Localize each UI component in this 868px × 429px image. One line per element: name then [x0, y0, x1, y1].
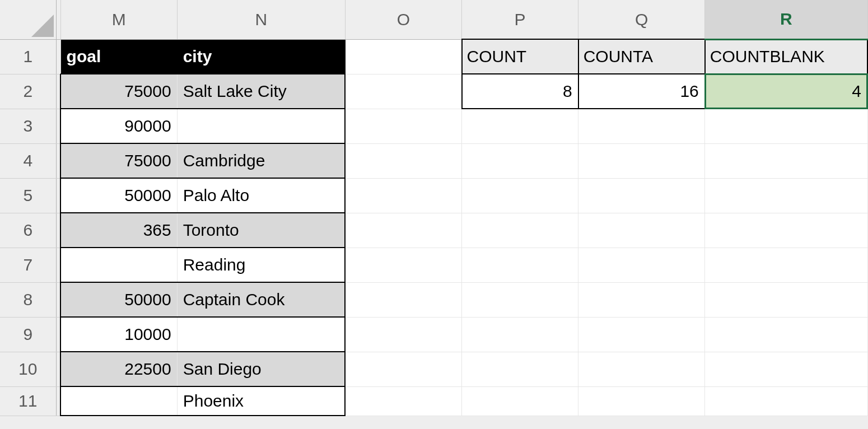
cell[interactable] — [578, 143, 705, 178]
row-header[interactable]: 11 — [0, 386, 56, 416]
select-all-icon — [29, 12, 54, 37]
cell[interactable] — [345, 109, 461, 143]
column-header-R[interactable]: R — [705, 0, 867, 39]
cell[interactable] — [462, 317, 578, 352]
column-header-O[interactable]: O — [345, 0, 461, 39]
column-header-Q[interactable]: Q — [578, 0, 705, 39]
row-header[interactable]: 5 — [0, 178, 56, 213]
cell-city[interactable]: San Diego — [177, 352, 345, 386]
cell[interactable] — [345, 317, 461, 352]
cell[interactable] — [578, 282, 705, 317]
gap-cell — [56, 74, 60, 109]
cell[interactable] — [345, 248, 461, 282]
cell-city[interactable]: Cambridge — [177, 143, 345, 178]
cell-city[interactable]: Reading — [177, 248, 345, 282]
cell[interactable] — [578, 213, 705, 248]
row-header[interactable]: 3 — [0, 109, 56, 143]
label-count[interactable]: COUNT — [462, 39, 578, 74]
cell-goal[interactable]: 75000 — [60, 143, 177, 178]
cell[interactable] — [345, 143, 461, 178]
cell[interactable] — [462, 352, 578, 386]
select-all-triangle[interactable] — [0, 0, 56, 39]
svg-marker-0 — [31, 15, 54, 37]
row-header[interactable]: 1 — [0, 39, 56, 74]
row-header[interactable]: 7 — [0, 248, 56, 282]
row-header[interactable]: 8 — [0, 282, 56, 317]
cell[interactable] — [578, 352, 705, 386]
row-header[interactable]: 10 — [0, 352, 56, 386]
cell-goal[interactable] — [60, 386, 177, 416]
cell[interactable] — [462, 143, 578, 178]
cell[interactable] — [578, 317, 705, 352]
cell[interactable] — [345, 178, 461, 213]
gap-cell — [56, 178, 60, 213]
value-countblank[interactable]: 4 — [705, 74, 867, 109]
cell[interactable] — [705, 178, 867, 213]
cell[interactable] — [705, 109, 867, 143]
cell[interactable] — [705, 386, 867, 416]
column-header-gap[interactable] — [56, 0, 60, 39]
label-counta[interactable]: COUNTA — [578, 39, 705, 74]
cell-goal[interactable]: 75000 — [60, 74, 177, 109]
gap-cell — [56, 213, 60, 248]
cell[interactable] — [705, 282, 867, 317]
cell[interactable] — [578, 386, 705, 416]
cell-city[interactable]: Captain Cook — [177, 282, 345, 317]
table-header-goal[interactable]: goal — [60, 39, 177, 74]
row-header[interactable]: 4 — [0, 143, 56, 178]
cell[interactable] — [345, 352, 461, 386]
cell[interactable] — [462, 178, 578, 213]
cell[interactable] — [578, 248, 705, 282]
gap-cell — [56, 386, 60, 416]
cell[interactable] — [705, 143, 867, 178]
cell-goal[interactable]: 50000 — [60, 178, 177, 213]
spreadsheet-grid[interactable]: M N O P Q R 1 goal city COUNT COUNTA COU… — [0, 0, 868, 416]
cell-goal[interactable] — [60, 248, 177, 282]
row-header[interactable]: 9 — [0, 317, 56, 352]
cell-goal[interactable]: 365 — [60, 213, 177, 248]
cell[interactable] — [462, 109, 578, 143]
cell-goal[interactable]: 10000 — [60, 317, 177, 352]
value-counta[interactable]: 16 — [578, 74, 705, 109]
cell-goal[interactable]: 90000 — [60, 109, 177, 143]
cell-O1[interactable] — [345, 39, 461, 74]
cell[interactable] — [578, 178, 705, 213]
cell[interactable] — [705, 248, 867, 282]
gap-cell — [56, 317, 60, 352]
gap-cell — [56, 143, 60, 178]
cell[interactable] — [462, 213, 578, 248]
cell-goal[interactable]: 22500 — [60, 352, 177, 386]
row-header[interactable]: 2 — [0, 74, 56, 109]
gap-cell — [56, 109, 60, 143]
cell[interactable] — [462, 282, 578, 317]
cell-city[interactable]: Toronto — [177, 213, 345, 248]
cell-city[interactable]: Salt Lake City — [177, 74, 345, 109]
column-header-M[interactable]: M — [60, 0, 177, 39]
value-count[interactable]: 8 — [462, 74, 578, 109]
gap-cell — [56, 282, 60, 317]
cell[interactable] — [462, 248, 578, 282]
cell[interactable] — [462, 386, 578, 416]
cell[interactable] — [705, 352, 867, 386]
cell-goal[interactable]: 50000 — [60, 282, 177, 317]
cell[interactable] — [345, 213, 461, 248]
cell[interactable] — [345, 282, 461, 317]
gap-cell — [56, 39, 60, 74]
cell[interactable] — [705, 317, 867, 352]
cell-city[interactable] — [177, 317, 345, 352]
spreadsheet-viewport: M N O P Q R 1 goal city COUNT COUNTA COU… — [0, 0, 868, 429]
cell-O2[interactable] — [345, 74, 461, 109]
label-countblank[interactable]: COUNTBLANK — [705, 39, 867, 74]
column-header-N[interactable]: N — [177, 0, 345, 39]
cell[interactable] — [705, 213, 867, 248]
cell[interactable] — [345, 386, 461, 416]
cell-city[interactable] — [177, 109, 345, 143]
row-header[interactable]: 6 — [0, 213, 56, 248]
cell-city[interactable]: Phoenix — [177, 386, 345, 416]
cell[interactable] — [578, 109, 705, 143]
gap-cell — [56, 248, 60, 282]
table-header-city[interactable]: city — [177, 39, 345, 74]
column-header-P[interactable]: P — [462, 0, 578, 39]
cell-city[interactable]: Palo Alto — [177, 178, 345, 213]
gap-cell — [56, 352, 60, 386]
